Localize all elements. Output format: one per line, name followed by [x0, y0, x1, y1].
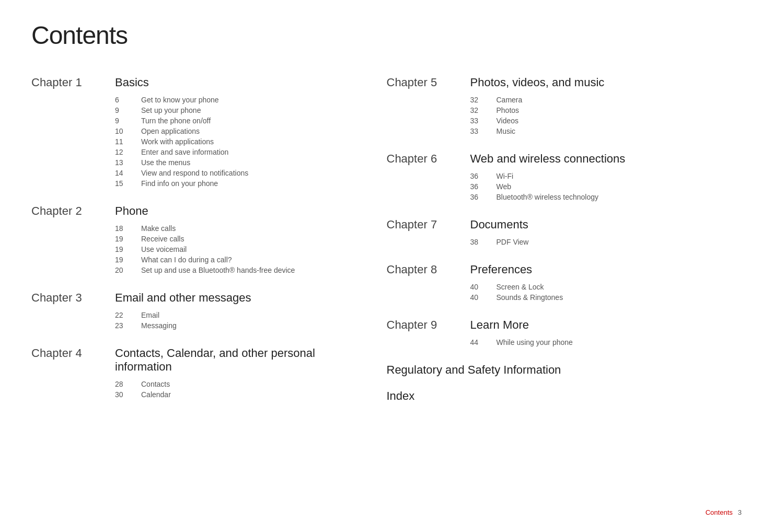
chapter-block-chapter6: Chapter 6Web and wireless connections36W…	[387, 152, 721, 201]
entry-text: Bluetooth® wireless technology	[497, 193, 599, 201]
entry-row: 28Contacts	[115, 380, 366, 388]
entry-page: 40	[470, 293, 497, 302]
chapter-entries-chapter3: 22Email23Messaging	[31, 311, 366, 330]
entry-text: Set up your phone	[141, 106, 201, 114]
entry-row: 9Set up your phone	[115, 106, 366, 114]
entry-text: Use the menus	[141, 158, 190, 167]
entry-row: 9Turn the phone on/off	[115, 117, 366, 125]
entry-row: 19Use voicemail	[115, 245, 366, 253]
entry-row: 22Email	[115, 311, 366, 319]
entry-text: Work with applications	[141, 137, 214, 146]
entry-text: Get to know your phone	[141, 96, 219, 104]
entry-row: 33Videos	[470, 117, 721, 125]
chapter-title-chapter8: Preferences	[470, 263, 533, 276]
entry-page: 44	[470, 338, 497, 346]
chapter-label-chapter7: Chapter 7	[387, 218, 470, 232]
entry-text: Email	[141, 311, 159, 319]
entry-text: Turn the phone on/off	[141, 117, 211, 125]
entry-page: 36	[470, 182, 497, 191]
chapter-label-chapter9: Chapter 9	[387, 318, 470, 332]
entry-row: 36Web	[470, 182, 721, 191]
chapter-block-chapter9: Chapter 9Learn More44While using your ph…	[387, 318, 721, 346]
entry-text: Screen & Lock	[497, 283, 544, 291]
footer-label: Contents	[706, 508, 733, 516]
entry-page: 11	[115, 137, 141, 146]
entry-page: 36	[470, 172, 497, 180]
chapter-title-chapter6: Web and wireless connections	[470, 152, 626, 166]
entry-page: 19	[115, 235, 141, 243]
entry-page: 32	[470, 96, 497, 104]
entry-text: Sounds & Ringtones	[497, 293, 563, 302]
entry-page: 20	[115, 266, 141, 274]
entry-page: 9	[115, 106, 141, 114]
entry-page: 12	[115, 148, 141, 156]
entry-text: Use voicemail	[141, 245, 187, 253]
entry-row: 32Photos	[470, 106, 721, 114]
chapter-block-chapter4: Chapter 4Contacts, Calendar, and other p…	[31, 346, 366, 399]
chapter-entries-chapter8: 40Screen & Lock40Sounds & Ringtones	[387, 283, 721, 302]
entry-text: Make calls	[141, 224, 176, 233]
entry-row: 19Receive calls	[115, 235, 366, 243]
entry-text: Camera	[497, 96, 523, 104]
chapter-header-chapter3: Chapter 3Email and other messages	[31, 291, 366, 305]
chapter-label-chapter4: Chapter 4	[31, 346, 115, 360]
chapter-title-chapter5: Photos, videos, and music	[470, 76, 605, 89]
chapter-entries-chapter7: 38PDF View	[387, 238, 721, 246]
entry-row: 19What can I do during a call?	[115, 256, 366, 264]
entry-row: 18Make calls	[115, 224, 366, 233]
chapter-title-chapter4: Contacts, Calendar, and other personal i…	[115, 346, 366, 374]
entry-page: 19	[115, 245, 141, 253]
entry-page: 33	[470, 117, 497, 125]
entry-row: 10Open applications	[115, 127, 366, 135]
entry-text: Music	[497, 127, 516, 135]
entry-page: 15	[115, 179, 141, 188]
entry-text: What can I do during a call?	[141, 256, 232, 264]
chapter-label-chapter3: Chapter 3	[31, 291, 115, 305]
chapter-title-chapter2: Phone	[115, 204, 148, 218]
chapter-label-chapter2: Chapter 2	[31, 204, 115, 218]
chapter-title-chapter1: Basics	[115, 76, 149, 89]
chapter-block-chapter3: Chapter 3Email and other messages22Email…	[31, 291, 366, 330]
chapter-label-chapter5: Chapter 5	[387, 76, 470, 89]
entry-page: 22	[115, 311, 141, 319]
chapter-entries-chapter1: 6Get to know your phone9Set up your phon…	[31, 96, 366, 188]
entry-page: 33	[470, 127, 497, 135]
entry-page: 19	[115, 256, 141, 264]
entry-text: Find info on your phone	[141, 179, 218, 188]
chapter-entries-chapter4: 28Contacts30Calendar	[31, 380, 366, 399]
chapter-header-chapter4: Chapter 4Contacts, Calendar, and other p…	[31, 346, 366, 374]
entry-row: 32Camera	[470, 96, 721, 104]
chapter-entries-chapter6: 36Wi-Fi36Web36Bluetooth® wireless techno…	[387, 172, 721, 201]
standalone-title-index: Index	[387, 389, 721, 403]
entry-row: 36Wi-Fi	[470, 172, 721, 180]
entry-row: 20Set up and use a Bluetooth® hands-free…	[115, 266, 366, 274]
page-title: Contents	[31, 21, 742, 50]
chapter-header-chapter6: Chapter 6Web and wireless connections	[387, 152, 721, 166]
entry-text: Contacts	[141, 380, 170, 388]
entry-page: 23	[115, 321, 141, 330]
chapter-entries-chapter9: 44While using your phone	[387, 338, 721, 346]
chapter-entries-chapter5: 32Camera32Photos33Videos33Music	[387, 96, 721, 135]
chapter-label-chapter8: Chapter 8	[387, 263, 470, 276]
entry-text: View and respond to notifications	[141, 169, 248, 177]
entry-row: 30Calendar	[115, 390, 366, 399]
entry-text: PDF View	[497, 238, 529, 246]
entry-text: Wi-Fi	[497, 172, 514, 180]
entry-page: 38	[470, 238, 497, 246]
entry-row: 6Get to know your phone	[115, 96, 366, 104]
chapter-header-chapter7: Chapter 7Documents	[387, 218, 721, 232]
entry-text: Open applications	[141, 127, 200, 135]
entry-row: 40Sounds & Ringtones	[470, 293, 721, 302]
entry-row: 23Messaging	[115, 321, 366, 330]
entry-row: 44While using your phone	[470, 338, 721, 346]
entry-page: 28	[115, 380, 141, 388]
contents-layout: Chapter 1Basics6Get to know your phone9S…	[31, 76, 742, 415]
chapter-title-chapter9: Learn More	[470, 318, 529, 332]
chapter-label-chapter1: Chapter 1	[31, 76, 115, 89]
entry-row: 33Music	[470, 127, 721, 135]
entry-row: 11Work with applications	[115, 137, 366, 146]
chapter-block-chapter8: Chapter 8Preferences40Screen & Lock40Sou…	[387, 263, 721, 302]
standalone-title-regulatory: Regulatory and Safety Information	[387, 363, 721, 377]
entry-text: Videos	[497, 117, 519, 125]
chapter-header-chapter2: Chapter 2Phone	[31, 204, 366, 218]
